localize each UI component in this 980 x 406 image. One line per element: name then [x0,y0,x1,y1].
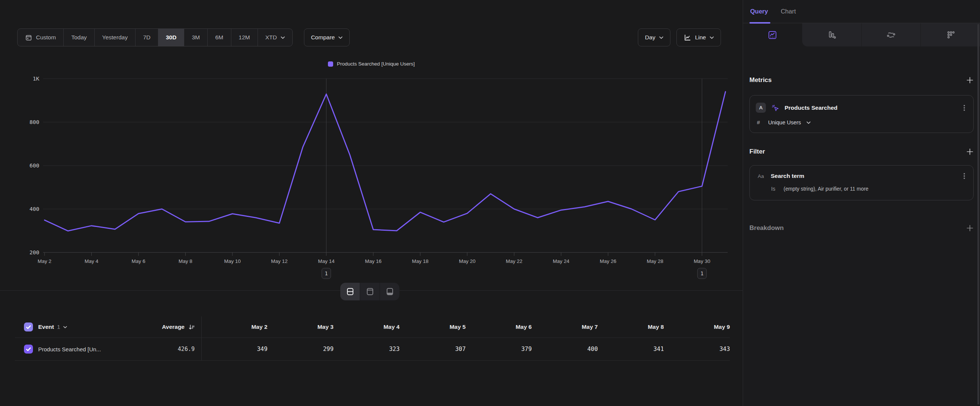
date-range-3m[interactable]: 3M [184,29,208,46]
column-header-may-9[interactable]: May 9 [664,323,730,330]
event-count: 1 [57,323,60,330]
panel-scrollbar[interactable] [977,24,979,404]
column-header-may-2[interactable]: May 2 [201,323,268,330]
column-header-may-6[interactable]: May 6 [466,323,532,330]
tab-funnels[interactable] [802,23,861,46]
date-range-custom[interactable]: Custom [18,29,64,46]
flows-icon [886,30,896,40]
y-axis-label: 1K [33,76,40,82]
date-range-12m[interactable]: 12M [231,29,258,46]
x-axis-label: May 24 [553,258,570,264]
x-axis-label: May 20 [459,258,476,264]
cell-value: 341 [598,346,664,352]
layout-table-button[interactable] [380,283,399,300]
tab-retention[interactable] [921,23,980,46]
average-label: Average [162,323,185,330]
tab-query[interactable]: Query [750,0,768,23]
add-breakdown-button[interactable] [966,224,974,232]
filter-operator: Is [771,186,775,192]
string-type-icon: Aa [756,174,766,179]
aggregation-selector[interactable]: # Unique Users [756,119,967,126]
chevron-down-icon [281,36,285,39]
x-axis-label: May 30 [694,258,710,264]
add-filter-button[interactable] [966,148,974,155]
tab-flows[interactable] [861,23,921,46]
kebab-menu-icon[interactable] [961,172,967,180]
main-area: CustomTodayYesterday7D30D3M6M12MXTD Comp… [0,0,743,406]
x-axis-label: May 18 [412,258,428,264]
series-checkbox[interactable] [24,345,33,353]
chart-legend: Products Searched [Unique Users] [0,61,743,67]
legend-item[interactable]: Products Searched [Unique Users] [328,61,415,67]
x-axis-label: May 14 [318,258,335,264]
tab-chart[interactable]: Chart [781,0,796,23]
x-axis-label: May 8 [178,258,192,264]
date-column-headers: May 2May 3May 4May 5May 6May 7May 8May 9 [201,323,730,330]
layout-chart-button[interactable] [360,283,380,300]
chevron-down-icon [338,36,342,39]
date-range-30d[interactable]: 30D [158,29,184,46]
kebab-menu-icon[interactable] [961,104,967,111]
y-axis-label: 800 [30,119,39,125]
filter-property-name[interactable]: Search term [771,173,956,179]
column-header-may-3[interactable]: May 3 [268,323,334,330]
column-header-may-5[interactable]: May 5 [400,323,466,330]
cell-value: 299 [268,346,334,352]
layout-toggle [340,283,399,300]
average-value: 426.9 [178,346,195,352]
chevron-down-icon [659,36,663,39]
event-label: Event [38,323,54,330]
add-metric-button[interactable] [966,76,974,84]
x-axis-label: May 22 [506,258,522,264]
y-axis-label: 600 [30,162,39,169]
series-name: Products Searched [Un... [38,346,101,352]
column-header-may-8[interactable]: May 8 [598,323,664,330]
x-axis-label: May 16 [365,258,382,264]
retention-dots-icon [945,30,956,40]
query-panel: Query Chart [743,0,980,406]
date-range-xtd[interactable]: XTD [258,29,292,46]
chevron-down-icon [710,36,714,39]
date-range-today[interactable]: Today [64,29,94,46]
column-header-may-4[interactable]: May 4 [334,323,400,330]
series-line[interactable] [45,92,725,231]
date-range-7d[interactable]: 7D [135,29,158,46]
x-axis-label: May 6 [132,258,146,264]
chart-type-button[interactable]: Line [676,29,721,46]
chevron-down-icon [806,121,811,124]
select-all-checkbox[interactable] [24,322,33,331]
annotation-badge-count: 1 [325,271,328,276]
breakdown-section-header: Breakdown [749,224,974,232]
average-column-header[interactable]: Average [118,323,201,330]
aggregation-label: Unique Users [768,119,801,126]
compare-button[interactable]: Compare [304,29,350,46]
cell-value: 323 [334,346,400,352]
x-axis-label: May 12 [271,258,288,264]
x-axis-label: May 4 [84,258,99,264]
layout-split-button[interactable] [340,283,360,300]
granularity-button[interactable]: Day [638,29,670,46]
legend-label: Products Searched [Unique Users] [337,61,415,67]
x-axis-label: May 10 [224,258,241,264]
filter-values: (empty string), Air purifier, or 11 more [783,186,869,192]
column-header-may-7[interactable]: May 7 [532,323,598,330]
metrics-title: Metrics [749,76,772,84]
event-click-icon [771,103,780,112]
x-axis-label: May 26 [600,258,616,264]
filter-card[interactable]: Aa Search term Is (empty string), Air pu… [749,165,974,201]
filter-condition[interactable]: Is (empty string), Air purifier, or 11 m… [756,186,967,192]
event-column-header[interactable]: Event 1 [38,323,118,330]
tab-insights[interactable] [743,23,802,46]
annotation-badge-count: 1 [700,271,703,276]
breakdown-title: Breakdown [749,224,784,232]
panel-tabs: Query Chart [743,0,980,23]
granularity-label: Day [645,34,655,41]
bar-chart-icon [827,30,837,40]
metric-event-name[interactable]: Products Searched [784,105,956,111]
date-range-6m[interactable]: 6M [208,29,231,46]
line-chart-icon [684,34,691,41]
series-name-cell[interactable]: Products Searched [Un... [38,346,118,352]
line-chart[interactable]: 1K800600400200May 2May 4May 6May 8May 10… [0,71,743,285]
date-range-yesterday[interactable]: Yesterday [95,29,135,46]
metric-card[interactable]: A Products Searched # Unique Users [749,95,974,133]
